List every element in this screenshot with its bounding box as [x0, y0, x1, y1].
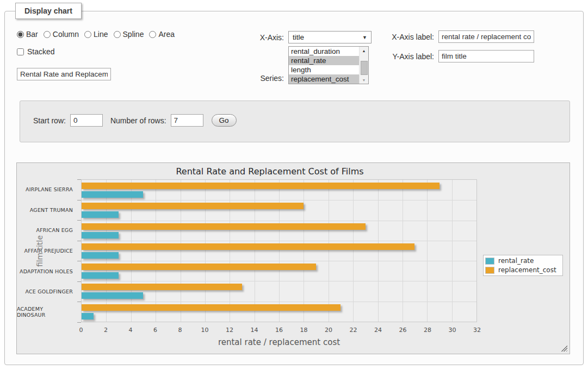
- x-tick-label: 0: [79, 327, 83, 334]
- category-label: AFRICAN EGG: [17, 220, 77, 241]
- category-axis: AIRPLANE SIERRAAGENT TRUMANAFRICAN EGGAF…: [17, 179, 77, 322]
- num-rows-input[interactable]: [171, 114, 203, 127]
- axis-tick: [77, 281, 81, 282]
- chart-type-area[interactable]: Area: [149, 30, 175, 39]
- axis-tick: [77, 241, 81, 241]
- value-axis: 02468101214161820222426283032: [81, 327, 477, 334]
- series-row: Series: rental_durationrental_ratelength…: [246, 46, 369, 84]
- chart-type-group: BarColumnLineSplineArea: [17, 30, 175, 39]
- chart-type-bar[interactable]: Bar: [17, 30, 38, 39]
- x-axis-label-text: X-Axis:: [246, 33, 284, 42]
- series-option-length[interactable]: length: [289, 65, 360, 74]
- radio-label: Spline: [123, 30, 144, 39]
- start-row-input[interactable]: [70, 114, 103, 127]
- chart-type-spline[interactable]: Spline: [114, 30, 144, 39]
- axis-tick: [77, 302, 81, 302]
- bar-group-ace-goldfinger: [82, 281, 476, 301]
- bar-rental_rate: [82, 191, 143, 198]
- series-scrollbar[interactable]: ▲ ▼: [359, 47, 368, 84]
- bar-rental_rate: [82, 272, 119, 279]
- chart-panel: Rental Rate and Replacement Cost of Film…: [16, 162, 570, 354]
- page: Display chart BarColumnLineSplineArea St…: [0, 0, 588, 370]
- category-label: AIRPLANE SIERRA: [17, 179, 77, 200]
- chart-legend: rental_ratereplacement_cost: [483, 255, 563, 276]
- radio-label: Column: [53, 30, 79, 39]
- x-tick-label: 2: [104, 327, 108, 334]
- series-listbox[interactable]: rental_durationrental_ratelengthreplacem…: [288, 46, 369, 84]
- chart-type-line[interactable]: Line: [84, 30, 108, 39]
- series-option-rental_rate[interactable]: rental_rate: [289, 56, 360, 65]
- bar-group-agent-truman: [82, 200, 476, 220]
- bar-replacement_cost: [82, 304, 341, 311]
- x-tick-label: 14: [251, 327, 258, 334]
- series-label-text: Series:: [246, 74, 284, 83]
- series-option-rental_duration[interactable]: rental_duration: [289, 47, 360, 56]
- bar-group-affair-prejudice: [82, 241, 476, 261]
- radio-label: Area: [158, 30, 175, 39]
- bar-replacement_cost: [82, 183, 440, 189]
- bar-rental_rate: [82, 313, 94, 319]
- radio-label: Bar: [26, 30, 38, 39]
- y-axis-label-caption: Y-Axis label:: [388, 52, 434, 61]
- radio-line[interactable]: [84, 31, 91, 38]
- x-axis-select[interactable]: title ▼: [288, 31, 372, 43]
- bar-replacement_cost: [82, 223, 366, 230]
- radio-bar[interactable]: [17, 31, 24, 38]
- category-label: AGENT TRUMAN: [17, 200, 77, 221]
- bar-rental_rate: [82, 211, 119, 218]
- bar-group-academy-dinosaur: [82, 302, 476, 322]
- chart-title: Rental Rate and Replacement Cost of Film…: [17, 166, 523, 177]
- x-tick-label: 22: [350, 327, 357, 334]
- x-axis-label-caption: X-Axis label:: [388, 33, 434, 41]
- scroll-up-icon[interactable]: ▲: [360, 47, 368, 54]
- radio-area[interactable]: [149, 31, 156, 38]
- x-axis-label-input[interactable]: [438, 30, 534, 43]
- x-tick-label: 6: [153, 327, 157, 334]
- bar-replacement_cost: [82, 284, 242, 290]
- x-tick-label: 18: [300, 327, 308, 334]
- row-range-panel: Start row: Number of rows: Go: [20, 101, 570, 142]
- stacked-checkbox[interactable]: [17, 48, 24, 55]
- x-tick-label: 28: [424, 327, 431, 334]
- legend-label: rental_rate: [498, 257, 534, 265]
- panel-title: Display chart: [15, 3, 82, 19]
- legend-item-replacement_cost: replacement_cost: [485, 266, 561, 274]
- x-tick-label: 30: [449, 327, 456, 334]
- scroll-down-icon[interactable]: ▼: [360, 76, 368, 84]
- x-tick-label: 4: [129, 327, 133, 334]
- bar-rental_rate: [82, 252, 119, 259]
- bar-replacement_cost: [82, 264, 316, 270]
- y-axis-label-input[interactable]: [438, 50, 534, 62]
- legend-swatch: [485, 258, 494, 265]
- plot-area: [81, 179, 477, 322]
- x-axis-select-value: title: [293, 33, 304, 41]
- legend-swatch: [485, 267, 494, 274]
- bar-rental_rate: [82, 292, 143, 299]
- resize-grip-icon[interactable]: [561, 345, 567, 352]
- y-axis-title: film title: [35, 213, 44, 289]
- chart-title-input[interactable]: [17, 68, 111, 80]
- chart-type-column[interactable]: Column: [44, 30, 79, 39]
- scrollbar-thumb[interactable]: [361, 61, 368, 75]
- axis-tick: [77, 200, 81, 200]
- radio-spline[interactable]: [114, 31, 121, 38]
- go-button[interactable]: Go: [212, 114, 237, 127]
- series-options: rental_durationrental_ratelengthreplacem…: [289, 47, 368, 84]
- bar-group-african-egg: [82, 221, 476, 241]
- radio-column[interactable]: [44, 31, 51, 38]
- x-axis-title: rental rate / replacement cost: [81, 337, 477, 347]
- axis-tick: [77, 179, 81, 180]
- x-tick-label: 12: [226, 327, 233, 334]
- axis-tick: [77, 261, 81, 261]
- x-tick-label: 26: [399, 327, 407, 334]
- stacked-option[interactable]: Stacked: [17, 47, 55, 56]
- x-tick-label: 10: [201, 327, 209, 334]
- x-tick-label: 16: [275, 327, 283, 334]
- series-option-replacement_cost[interactable]: replacement_cost: [289, 74, 360, 84]
- x-tick-label: 32: [473, 327, 481, 334]
- bar-replacement_cost: [82, 203, 304, 209]
- y-axis-label-row: Y-Axis label:: [388, 50, 534, 62]
- bar-group-adaptation-holes: [82, 261, 476, 281]
- x-tick-label: 24: [374, 327, 382, 334]
- x-axis-row: X-Axis: title ▼: [246, 31, 372, 43]
